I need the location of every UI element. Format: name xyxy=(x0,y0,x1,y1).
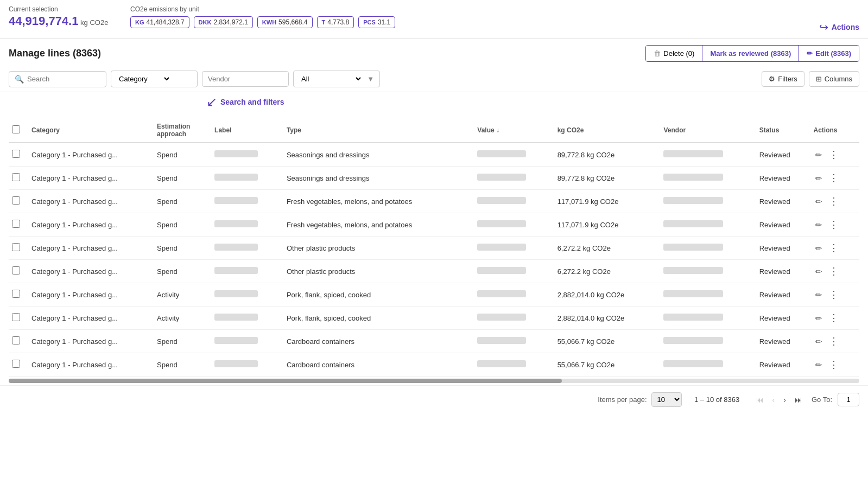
header-value[interactable]: Value ↓ xyxy=(474,118,554,143)
scroll-bar-area[interactable] xyxy=(0,376,868,385)
row-checkbox-cell[interactable] xyxy=(9,353,28,376)
header-label: Label xyxy=(211,118,283,143)
row-checkbox[interactable] xyxy=(12,266,20,275)
row-checkbox-cell[interactable] xyxy=(9,213,28,237)
next-page-button[interactable]: › xyxy=(780,393,790,406)
row-checkbox[interactable] xyxy=(12,243,20,251)
row-checkbox[interactable] xyxy=(12,173,20,181)
more-options-button[interactable]: ⋮ xyxy=(827,358,841,372)
actions-label[interactable]: Actions xyxy=(832,23,859,31)
vendor-input[interactable] xyxy=(208,75,273,83)
row-checkbox[interactable] xyxy=(12,336,20,344)
row-vendor xyxy=(660,283,756,307)
more-options-button[interactable]: ⋮ xyxy=(827,241,841,255)
status-select-wrap[interactable]: All Reviewed Not reviewed ▼ xyxy=(293,71,380,87)
emission-badge: DKK2,834,972.1 xyxy=(194,16,253,28)
row-checkbox[interactable] xyxy=(12,150,20,158)
more-options-button[interactable]: ⋮ xyxy=(827,148,841,162)
row-checkbox[interactable] xyxy=(12,220,20,228)
prev-page-button[interactable]: ‹ xyxy=(769,393,779,406)
more-options-button[interactable]: ⋮ xyxy=(827,171,841,185)
edit-row-button[interactable]: ✏ xyxy=(813,266,825,278)
edit-row-button[interactable]: ✏ xyxy=(813,336,825,348)
header-kg-co2e: kg CO2e xyxy=(554,118,661,143)
row-checkbox-cell[interactable] xyxy=(9,190,28,213)
edit-row-button[interactable]: ✏ xyxy=(813,312,825,324)
chevron-down-icon: ▼ xyxy=(367,75,374,83)
row-checkbox-cell[interactable] xyxy=(9,167,28,190)
row-checkbox[interactable] xyxy=(12,290,20,298)
table-row: Category 1 - Purchased g... Spend Fresh … xyxy=(9,190,859,213)
scroll-thumb[interactable] xyxy=(9,379,562,383)
columns-button[interactable]: ⊞ Columns xyxy=(809,71,859,87)
current-selection-label: Current selection xyxy=(9,5,117,13)
more-options-button[interactable]: ⋮ xyxy=(827,288,841,302)
row-checkbox-cell[interactable] xyxy=(9,330,28,353)
row-checkbox[interactable] xyxy=(12,360,20,368)
table-row: Category 1 - Purchased g... Spend Other … xyxy=(9,260,859,283)
table-row: Category 1 - Purchased g... Spend Cardbo… xyxy=(9,353,859,376)
scroll-track[interactable] xyxy=(9,379,859,383)
row-checkbox-cell[interactable] xyxy=(9,143,28,167)
row-checkbox[interactable] xyxy=(12,313,20,321)
annotation-arrow-group: ↙ Search and filters xyxy=(206,94,284,110)
label-blurred xyxy=(214,360,258,367)
filters-label: Filters xyxy=(778,75,797,83)
edit-row-button[interactable]: ✏ xyxy=(813,219,825,231)
top-bar: Current selection 44,919,774.1 kg CO2e C… xyxy=(0,0,868,39)
row-checkbox[interactable] xyxy=(12,196,20,205)
pagination-bar: Items per page: 5 10 25 50 100 1 – 10 of… xyxy=(0,385,868,413)
row-checkbox-cell[interactable] xyxy=(9,307,28,330)
vendor-blurred xyxy=(663,360,723,367)
edit-row-button[interactable]: ✏ xyxy=(813,242,825,254)
items-per-page-select[interactable]: 5 10 25 50 100 xyxy=(651,392,682,407)
delete-button[interactable]: 🗑 Delete (0) xyxy=(646,46,702,61)
category-select[interactable]: Category xyxy=(117,74,171,84)
more-options-button[interactable]: ⋮ xyxy=(827,311,841,325)
row-value xyxy=(474,213,554,237)
more-options-button[interactable]: ⋮ xyxy=(827,264,841,278)
filter-sliders-icon: ⚙ xyxy=(769,75,775,83)
row-checkbox-cell[interactable] xyxy=(9,237,28,260)
row-label xyxy=(211,330,283,353)
actions-link-wrap[interactable]: ↩ Actions xyxy=(819,21,859,34)
edit-button[interactable]: ✏ Edit (8363) xyxy=(799,46,859,61)
row-checkbox-cell[interactable] xyxy=(9,283,28,307)
category-select-wrap[interactable]: Category xyxy=(111,71,198,87)
status-select[interactable]: All Reviewed Not reviewed xyxy=(299,74,363,84)
annotation-curved-arrow-icon: ↙ xyxy=(206,94,217,110)
row-vendor xyxy=(660,213,756,237)
more-options-button[interactable]: ⋮ xyxy=(827,334,841,348)
value-blurred xyxy=(477,220,526,227)
row-kg-co2e: 6,272.2 kg CO2e xyxy=(554,237,661,260)
vendor-select-wrap[interactable] xyxy=(202,71,289,87)
row-checkbox-cell[interactable] xyxy=(9,260,28,283)
mark-reviewed-button[interactable]: Mark as reviewed (8363) xyxy=(702,46,799,61)
goto-input[interactable] xyxy=(838,393,859,406)
annotation-label: Search and filters xyxy=(220,98,284,106)
search-input[interactable] xyxy=(27,75,92,83)
filters-button[interactable]: ⚙ Filters xyxy=(762,71,804,87)
row-category: Category 1 - Purchased g... xyxy=(28,213,154,237)
more-options-button[interactable]: ⋮ xyxy=(827,218,841,232)
row-value xyxy=(474,237,554,260)
search-box[interactable]: 🔍 xyxy=(9,71,106,87)
edit-row-button[interactable]: ✏ xyxy=(813,359,825,371)
select-all-checkbox[interactable] xyxy=(12,125,20,133)
table-row: Category 1 - Purchased g... Spend Fresh … xyxy=(9,213,859,237)
row-kg-co2e: 6,272.2 kg CO2e xyxy=(554,260,661,283)
edit-row-button[interactable]: ✏ xyxy=(813,289,825,301)
header-category: Category xyxy=(28,118,154,143)
edit-row-button[interactable]: ✏ xyxy=(813,173,825,184)
row-estimation: Spend xyxy=(154,260,211,283)
row-status: Reviewed xyxy=(756,307,810,330)
row-category: Category 1 - Purchased g... xyxy=(28,330,154,353)
row-type: Pork, flank, spiced, cooked xyxy=(283,283,474,307)
row-kg-co2e: 55,066.7 kg CO2e xyxy=(554,353,661,376)
first-page-button[interactable]: ⏮ xyxy=(752,393,768,406)
edit-row-button[interactable]: ✏ xyxy=(813,196,825,208)
more-options-button[interactable]: ⋮ xyxy=(827,194,841,208)
last-page-button[interactable]: ⏭ xyxy=(791,393,806,406)
vendor-blurred xyxy=(663,174,723,181)
edit-row-button[interactable]: ✏ xyxy=(813,149,825,161)
